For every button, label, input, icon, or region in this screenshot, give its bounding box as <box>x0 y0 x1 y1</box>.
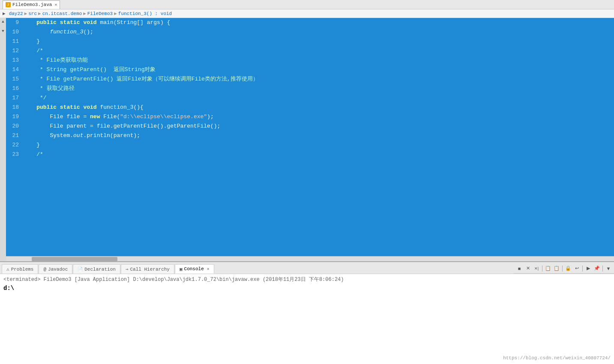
breadcrumb-day22[interactable]: day22 <box>9 11 23 16</box>
copy-button[interactable]: 📋 <box>544 265 552 272</box>
line-num-22: 22 <box>6 140 23 150</box>
code-line-12: 12 /* <box>6 46 614 56</box>
scrollbar-thumb[interactable] <box>32 257 117 261</box>
line-num-23: 23 <box>6 150 23 159</box>
breadcrumb: ▶ day22 ▶ src ▶ cn.itcast.demo ▶ FileDem… <box>0 9 614 18</box>
line-content-10: function_3(); <box>23 27 614 37</box>
line-num-14: 14 <box>6 65 23 75</box>
code-line-19: 19 File file = new File("d:\\eclipse\\ec… <box>6 112 614 122</box>
line-content-13: * File类获取功能 <box>23 56 614 65</box>
line-num-11: 11 <box>6 37 23 46</box>
console-terminated-message: <terminated> FileDemo3 [Java Application… <box>3 276 611 283</box>
clear-console-button[interactable]: ✕| <box>533 265 540 272</box>
code-line-17: 17 */ <box>6 93 614 103</box>
line-num-13: 13 <box>6 56 23 65</box>
problems-label: Problems <box>11 267 34 272</box>
console-label: Console <box>184 266 204 272</box>
line-num-10: 10 <box>6 27 23 37</box>
editor-area: ▲ ▼ 9 public static void main(String[] a… <box>0 18 614 261</box>
code-line-13: 13 * File类获取功能 <box>6 56 614 65</box>
line-num-21: 21 <box>6 131 23 140</box>
editor-tab-bar: J FileDemo3.java ✕ <box>0 0 614 9</box>
javadoc-label: Javadoc <box>48 267 68 272</box>
console-toolbar: ■ ✕ ✕| 📋 📋 🔒 ↩ ▶ 📌 ▼ <box>514 263 614 274</box>
problems-icon: ⚠ <box>6 266 9 272</box>
console-output-line: d:\ <box>3 285 611 292</box>
remove-launch-button[interactable]: ✕ <box>524 265 532 272</box>
javadoc-icon: @ <box>43 267 46 272</box>
code-line-23: 23 /* <box>6 150 614 159</box>
collapse-down-icon[interactable]: ▼ <box>2 29 4 33</box>
line-content-17: */ <box>23 93 614 103</box>
line-content-18: public static void function_3(){ <box>23 103 614 112</box>
tab-close-button[interactable]: ✕ <box>54 2 57 7</box>
console-icon: ▣ <box>180 266 183 272</box>
line-num-19: 19 <box>6 112 23 122</box>
console-tab-bar: ⚠ Problems @ Javadoc 📄 Declaration ⇒ Cal… <box>0 262 614 274</box>
breadcrumb-src[interactable]: src <box>28 11 37 16</box>
code-line-20: 20 File parent = file.getParentFile().ge… <box>6 122 614 131</box>
line-num-20: 20 <box>6 122 23 131</box>
line-content-15: * File getParentFile() 返回File对象（可以继续调用Fi… <box>23 75 614 84</box>
tab-call-hierarchy[interactable]: ⇒ Call Hierarchy <box>121 264 174 274</box>
call-hierarchy-icon: ⇒ <box>126 266 129 272</box>
code-line-16: 16 * 获取父路径 <box>6 84 614 93</box>
code-line-10: 10 function_3(); <box>6 27 614 37</box>
line-content-16: * 获取父路径 <box>23 84 614 93</box>
breadcrumb-arrow-icon: ▶ <box>3 11 6 16</box>
declaration-icon: 📄 <box>78 267 83 272</box>
code-line-14: 14 * String getParent() 返回String对象 <box>6 65 614 75</box>
line-content-23: /* <box>23 150 614 159</box>
tab-javadoc[interactable]: @ Javadoc <box>39 264 72 274</box>
bottom-panel: ⚠ Problems @ Javadoc 📄 Declaration ⇒ Cal… <box>0 261 614 364</box>
scroll-lock-button[interactable]: 🔒 <box>564 265 572 272</box>
paste-button[interactable]: 📋 <box>553 265 560 272</box>
line-content-20: File parent = file.getParentFile().getPa… <box>23 122 614 131</box>
code-line-18: 18 public static void function_3(){ <box>6 103 614 112</box>
line-content-12: /* <box>23 46 614 56</box>
tab-problems[interactable]: ⚠ Problems <box>2 264 38 274</box>
console-close-icon[interactable]: ✕ <box>207 266 210 272</box>
code-editor: 9 public static void main(String[] args)… <box>6 18 614 261</box>
line-num-12: 12 <box>6 46 23 56</box>
line-num-15: 15 <box>6 75 23 84</box>
breadcrumb-method[interactable]: function_3() : void <box>118 11 172 16</box>
code-line-22: 22 } <box>6 140 614 150</box>
pin-console-button[interactable]: 📌 <box>593 265 601 272</box>
line-num-17: 17 <box>6 93 23 103</box>
code-line-15: 15 * File getParentFile() 返回File对象（可以继续调… <box>6 75 614 84</box>
tab-label: FileDemo3.java <box>12 2 52 7</box>
editor-horizontal-scrollbar[interactable] <box>6 256 614 261</box>
side-collapse-gutter: ▲ ▼ <box>0 18 6 261</box>
tab-console[interactable]: ▣ Console ✕ <box>175 264 214 274</box>
view-menu-button[interactable]: ▼ <box>605 265 612 272</box>
line-content-22: } <box>23 140 614 150</box>
collapse-up-icon[interactable]: ▲ <box>2 20 4 24</box>
stop-button[interactable]: ■ <box>515 265 523 272</box>
line-content-21: System.out.println(parent); <box>23 131 614 140</box>
call-hierarchy-label: Call Hierarchy <box>130 267 170 272</box>
console-output-area: <terminated> FileDemo3 [Java Application… <box>0 274 614 364</box>
code-line-9: 9 public static void main(String[] args)… <box>6 18 614 27</box>
watermark: https://blog.csdn.net/weixin_40807724/ <box>503 355 611 361</box>
word-wrap-button[interactable]: ↩ <box>573 265 581 272</box>
code-line-21: 21 System.out.println(parent); <box>6 131 614 140</box>
line-num-18: 18 <box>6 103 23 112</box>
code-line-11: 11 } <box>6 37 614 46</box>
java-file-icon: J <box>6 2 11 7</box>
breadcrumb-class[interactable]: FileDemo3 <box>87 11 113 16</box>
declaration-label: Declaration <box>84 267 116 272</box>
tab-declaration[interactable]: 📄 Declaration <box>73 264 120 274</box>
breadcrumb-package[interactable]: cn.itcast.demo <box>42 11 82 16</box>
line-num-16: 16 <box>6 84 23 93</box>
open-console-button[interactable]: ▶ <box>584 265 592 272</box>
line-content-19: File file = new File("d:\\eclipse\\eclip… <box>23 112 614 122</box>
editor-tab[interactable]: J FileDemo3.java ✕ <box>3 0 60 9</box>
line-content-14: * String getParent() 返回String对象 <box>23 65 614 75</box>
line-num-9: 9 <box>6 18 23 27</box>
line-content-9: public static void main(String[] args) { <box>23 18 614 27</box>
line-content-11: } <box>23 37 614 46</box>
